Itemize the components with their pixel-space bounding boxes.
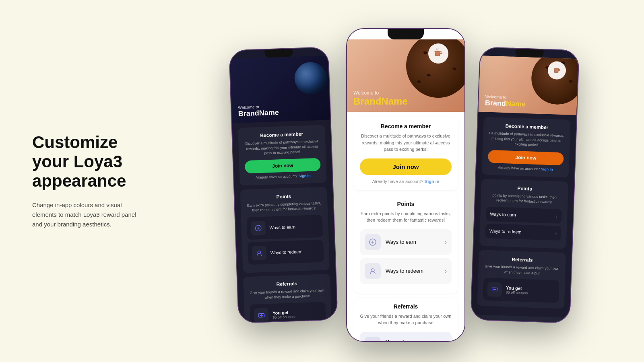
- member-title-right: Become a member: [489, 123, 565, 131]
- signin-center: Already have an account? Sign in: [360, 179, 452, 184]
- you-get-text-left: You get $5 off coupon: [272, 310, 295, 319]
- redeem-icon-center: [369, 267, 377, 275]
- redeem-arrow-center: ›: [445, 267, 447, 275]
- redeem-arrow-right: ›: [555, 230, 557, 237]
- main-description: Change in-app colours and visual element…: [32, 200, 145, 229]
- redeem-icon-left: [256, 249, 263, 257]
- coupon-icon-right: [491, 286, 498, 293]
- earn-icon-box-center: [365, 234, 381, 250]
- brand-name-center: BrandName: [353, 96, 408, 107]
- earn-arrow-center: ›: [445, 239, 447, 246]
- ways-redeem-row-left[interactable]: Ways to redeem: [248, 240, 324, 265]
- points-title-center: Points: [360, 201, 452, 207]
- earn-label-right: Ways to earn: [490, 212, 556, 219]
- phone-center-hero: Welcome to BrandName: [347, 39, 464, 112]
- member-desc-right: r a multitude of pathways to exclusive r…: [488, 131, 564, 148]
- ways-earn-row-left[interactable]: Ways to earn: [247, 215, 323, 240]
- ways-earn-row-right[interactable]: Ways to earn ›: [486, 207, 562, 224]
- phone-center-hero-text: Welcome to BrandName: [353, 90, 408, 107]
- points-desc-right: points by completing various tasks, then…: [486, 192, 562, 205]
- you-get-text-right: You get $5 off coupon: [506, 286, 528, 295]
- cup-icon: [433, 48, 444, 59]
- phones-container: Welcome to BrandName Become a member Dis…: [225, 16, 588, 346]
- phone-left: Welcome to BrandName Become a member Dis…: [229, 47, 338, 323]
- signin-left: Already have an account? Sign in: [245, 173, 321, 180]
- join-btn-right[interactable]: Join now: [488, 150, 564, 166]
- you-get-icon-center: [365, 337, 381, 342]
- phone-center-notch: [388, 29, 424, 39]
- earn-icon-box-left: [251, 221, 266, 236]
- phone-left-hero: Welcome to BrandName: [230, 56, 330, 123]
- cup-icon-right: [552, 66, 562, 76]
- coffee-cup-center: [428, 43, 448, 64]
- phone-left-content: Become a member Discover a multitude of …: [232, 120, 338, 323]
- page-layout: Customize your Loya3 appearance Change i…: [0, 0, 644, 362]
- referrals-desc-center: Give your friends a reward and claim you…: [360, 313, 452, 326]
- earn-label-left: Ways to earn: [269, 224, 318, 230]
- phone-right-content: Become a member r a multitude of pathway…: [471, 112, 576, 318]
- brand-name: BrandName: [238, 108, 279, 118]
- coupon-icon-left: [258, 312, 265, 319]
- phone-right: Welcome to BrandName Become a member r a…: [470, 47, 580, 323]
- redeem-label-right: Ways to redeem: [489, 228, 555, 236]
- you-get-row-left: You get $5 off coupon: [250, 302, 326, 323]
- points-card-left: Points Earn extra points by completing v…: [240, 187, 330, 273]
- redeem-icon-box-left: [252, 246, 266, 261]
- ways-redeem-row-right[interactable]: Ways to redeem ›: [485, 224, 561, 241]
- member-desc-center: Discover a multitude of pathways to excl…: [360, 133, 452, 153]
- points-desc-center: Earn extra points by completing various …: [360, 210, 452, 224]
- phone-center-content: Become a member Discover a multitude of …: [347, 112, 464, 342]
- you-get-row-right: You get $5 off coupon: [483, 278, 559, 303]
- points-title-right: Points: [487, 184, 563, 193]
- phone-center: Welcome to BrandName Become a member Dis…: [346, 28, 465, 342]
- earn-arrow-right: ›: [555, 213, 557, 220]
- you-get-row-center: You get $5 off coupon: [360, 332, 452, 342]
- member-card-center: Become a member Discover a multitude of …: [353, 117, 458, 190]
- you-get-text-center: You get $5 off coupon: [386, 339, 412, 342]
- member-card-right: Become a member r a multitude of pathway…: [482, 117, 571, 177]
- planet-icon: [294, 62, 327, 95]
- points-card-right: Points points by completing various task…: [479, 179, 569, 249]
- phone-right-hero-text: Welcome to BrandName: [485, 94, 526, 109]
- signin-right: Already have an account? Sign in: [487, 165, 563, 172]
- points-title-left: Points: [246, 192, 322, 201]
- redeem-label-center: Ways to redeem: [386, 268, 445, 274]
- you-get-icon-right: [487, 282, 502, 297]
- points-desc-left: Earn extra points by completing various …: [246, 200, 322, 213]
- points-card-center: Points Earn extra points by completing v…: [353, 194, 458, 294]
- ways-earn-row-center[interactable]: Ways to earn ›: [360, 229, 452, 255]
- phone-right-notch: [515, 49, 544, 58]
- redeem-label-left: Ways to redeem: [270, 249, 320, 255]
- referrals-desc-left: Give your friends a reward and claim you…: [249, 288, 325, 301]
- phone-left-hero-text: Welcome to BrandName: [238, 104, 279, 118]
- referrals-title-center: Referrals: [360, 303, 452, 310]
- brand-name-right: BrandName: [485, 99, 526, 109]
- earn-icon-center: [369, 238, 377, 246]
- member-title-center: Become a member: [360, 123, 452, 130]
- redeem-icon-box-center: [365, 263, 381, 279]
- earn-icon-left: [254, 224, 262, 232]
- phone-left-notch: [264, 49, 293, 58]
- coupon-icon-center: [369, 341, 377, 342]
- referrals-title-right: Referrals: [484, 256, 560, 264]
- phone-right-hero: Welcome to BrandName: [478, 56, 578, 115]
- join-btn-left[interactable]: Join now: [245, 158, 321, 174]
- referrals-desc-right: Give your friends a reward and claim you…: [484, 264, 560, 277]
- welcome-label-center: Welcome to: [353, 90, 408, 96]
- left-section: Customize your Loya3 appearance Change i…: [0, 109, 169, 254]
- referrals-card-right: Referrals Give your friends a reward and…: [477, 250, 566, 309]
- member-desc-left: Discover a multitude of pathways to excl…: [244, 139, 320, 156]
- you-get-icon-left: [254, 308, 269, 323]
- member-card-left: Become a member Discover a multitude of …: [238, 125, 327, 185]
- member-title-left: Become a member: [244, 131, 319, 139]
- ways-redeem-row-center[interactable]: Ways to redeem ›: [360, 258, 452, 284]
- referrals-card-center: Referrals Give your friends a reward and…: [353, 298, 458, 342]
- join-btn-center[interactable]: Join now: [360, 158, 452, 175]
- phones-section: Welcome to BrandName Become a member Dis…: [169, 0, 644, 362]
- referrals-title-left: Referrals: [249, 280, 324, 288]
- earn-label-center: Ways to earn: [386, 239, 445, 245]
- main-heading: Customize your Loya3 appearance: [32, 133, 145, 191]
- referrals-card-left: Referrals Give your friends a reward and…: [243, 274, 332, 323]
